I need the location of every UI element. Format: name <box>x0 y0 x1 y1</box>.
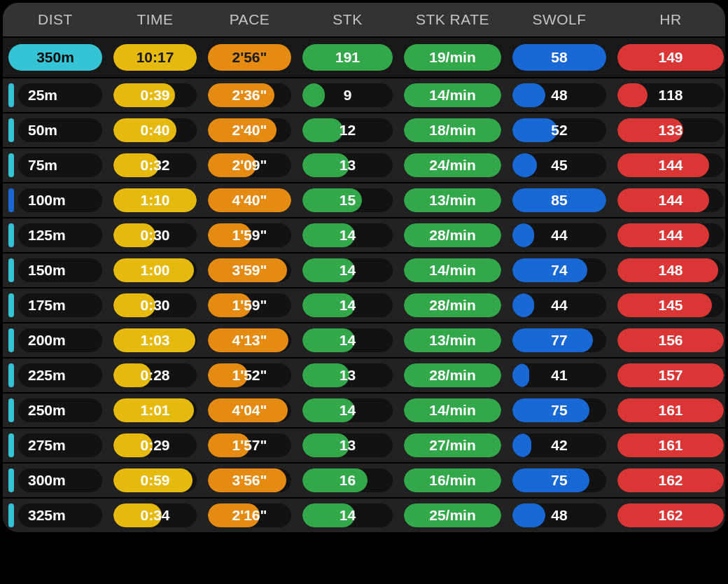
lap-time: 0:34 <box>113 503 197 527</box>
lap-swolf: 52 <box>512 118 606 142</box>
col-header-swolf[interactable]: SWOLF <box>507 11 612 28</box>
lap-dist: 250m <box>18 398 102 422</box>
lap-stk: 12 <box>302 118 393 142</box>
lap-time: 0:40 <box>113 118 197 142</box>
lap-marker-icon <box>8 83 14 107</box>
lap-dist: 150m <box>18 258 102 282</box>
lap-marker-icon <box>8 398 14 422</box>
lap-time: 0:32 <box>113 153 197 177</box>
lap-swolf: 45 <box>512 153 606 177</box>
lap-stk-rate: 25/min <box>404 503 501 527</box>
lap-row[interactable]: 50m0:402'40"1218/min52133 <box>3 112 725 147</box>
lap-row[interactable]: 275m0:291'57"1327/min42161 <box>3 427 725 462</box>
lap-row[interactable]: 325m0:342'16"1425/min48162 <box>3 497 725 532</box>
lap-dist: 175m <box>18 293 102 317</box>
lap-dist: 225m <box>18 363 102 387</box>
lap-stk: 13 <box>302 153 393 177</box>
lap-dist: 75m <box>18 153 102 177</box>
lap-stk: 14 <box>302 223 393 247</box>
lap-hr: 161 <box>617 433 724 457</box>
col-header-pace[interactable]: PACE <box>202 11 297 28</box>
lap-row[interactable]: 225m0:281'52"1328/min41157 <box>3 357 725 392</box>
lap-time: 0:30 <box>113 223 197 247</box>
lap-hr: 144 <box>617 153 724 177</box>
lap-stk: 14 <box>302 398 393 422</box>
lap-pace: 1'57" <box>208 433 291 457</box>
lap-swolf: 85 <box>512 188 606 212</box>
lap-swolf: 42 <box>512 433 606 457</box>
lap-swolf: 75 <box>512 468 606 492</box>
lap-time: 0:39 <box>113 83 197 107</box>
lap-row[interactable]: 200m1:034'13"1413/min77156 <box>3 322 725 357</box>
lap-stk: 9 <box>302 83 393 107</box>
lap-stk: 15 <box>302 188 393 212</box>
lap-stk: 13 <box>302 363 393 387</box>
lap-swolf: 74 <box>512 258 606 282</box>
summary-hr: 149 <box>617 44 724 71</box>
lap-pace: 2'40" <box>208 118 291 142</box>
lap-stk-rate: 28/min <box>404 363 501 387</box>
lap-stk: 14 <box>302 293 393 317</box>
lap-stk-rate: 13/min <box>404 328 501 352</box>
lap-marker-icon <box>8 328 14 352</box>
lap-time: 1:00 <box>113 258 197 282</box>
lap-metrics-table: DIST TIME PACE STK STK RATE SWOLF HR 350… <box>3 3 725 532</box>
lap-row[interactable]: 125m0:301'59"1428/min44144 <box>3 217 725 252</box>
lap-pace: 3'56" <box>208 468 291 492</box>
lap-stk-rate: 14/min <box>404 398 501 422</box>
summary-swolf: 58 <box>512 44 606 71</box>
lap-row[interactable]: 250m1:014'04"1414/min75161 <box>3 392 725 427</box>
col-header-dist[interactable]: DIST <box>3 11 108 28</box>
summary-row[interactable]: 350m 10:17 2'56" 191 19/min 58 149 <box>3 36 725 77</box>
col-header-stk-rate[interactable]: STK RATE <box>398 11 507 28</box>
lap-row[interactable]: 300m0:593'56"1616/min75162 <box>3 462 725 497</box>
lap-marker-icon <box>8 468 14 492</box>
lap-marker-icon <box>8 188 14 212</box>
lap-swolf: 77 <box>512 328 606 352</box>
lap-dist: 25m <box>18 83 102 107</box>
lap-stk: 14 <box>302 503 393 527</box>
lap-row[interactable]: 150m1:003'59"1414/min74148 <box>3 252 725 287</box>
lap-hr: 148 <box>617 258 724 282</box>
lap-stk: 16 <box>302 468 393 492</box>
lap-stk-rate: 28/min <box>404 293 501 317</box>
lap-time: 0:30 <box>113 293 197 317</box>
lap-marker-icon <box>8 223 14 247</box>
summary-time: 10:17 <box>113 44 197 71</box>
lap-pace: 1'59" <box>208 293 291 317</box>
lap-stk-rate: 28/min <box>404 223 501 247</box>
lap-time: 1:01 <box>113 398 197 422</box>
lap-pace: 4'40" <box>208 188 291 212</box>
lap-time: 1:10 <box>113 188 197 212</box>
lap-time: 0:29 <box>113 433 197 457</box>
lap-hr: 162 <box>617 468 724 492</box>
lap-marker-icon <box>8 363 14 387</box>
col-header-hr[interactable]: HR <box>612 11 725 28</box>
lap-pace: 1'52" <box>208 363 291 387</box>
lap-row[interactable]: 75m0:322'09"1324/min45144 <box>3 147 725 182</box>
col-header-stk[interactable]: STK <box>297 11 398 28</box>
lap-pace: 4'13" <box>208 328 291 352</box>
lap-row[interactable]: 100m1:104'40"1513/min85144 <box>3 182 725 217</box>
lap-pace: 2'16" <box>208 503 291 527</box>
col-header-time[interactable]: TIME <box>108 11 202 28</box>
lap-hr: 144 <box>617 188 724 212</box>
lap-pace: 4'04" <box>208 398 291 422</box>
lap-stk-rate: 24/min <box>404 153 501 177</box>
lap-marker-icon <box>8 118 14 142</box>
lap-row[interactable]: 175m0:301'59"1428/min44145 <box>3 287 725 322</box>
lap-time: 0:59 <box>113 468 197 492</box>
lap-stk-rate: 16/min <box>404 468 501 492</box>
lap-dist: 125m <box>18 223 102 247</box>
lap-hr: 162 <box>617 503 724 527</box>
summary-stk: 191 <box>302 44 393 71</box>
lap-swolf: 44 <box>512 223 606 247</box>
lap-stk: 13 <box>302 433 393 457</box>
lap-dist: 275m <box>18 433 102 457</box>
lap-hr: 145 <box>617 293 724 317</box>
summary-stk-rate: 19/min <box>404 44 501 71</box>
lap-row[interactable]: 25m0:392'36"914/min48118 <box>3 77 725 112</box>
lap-hr: 157 <box>617 363 724 387</box>
lap-stk-rate: 18/min <box>404 118 501 142</box>
lap-dist: 100m <box>18 188 102 212</box>
